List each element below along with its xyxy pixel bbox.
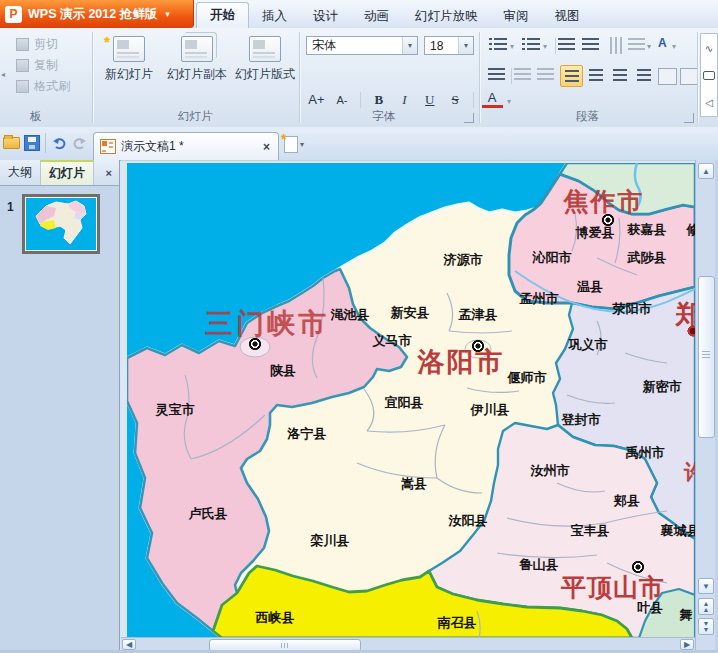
decrease-indent-icon[interactable] [558,38,575,53]
bold-button[interactable]: B [368,91,389,109]
ribbon-tab-0[interactable]: 开始 [196,2,249,28]
ribbon-tab-5[interactable]: 审阅 [491,4,542,28]
previous-slide-button[interactable]: ▲▲ [698,598,714,615]
italic-button[interactable]: I [394,91,415,109]
scroll-left-button[interactable]: ◀ [122,639,136,650]
arrow-shape-icon[interactable]: ◁ [705,97,713,108]
vertical-text-icon[interactable] [607,37,622,54]
numbering-icon[interactable] [527,38,540,53]
bullets-dropdown-icon[interactable]: ▾ [510,42,514,51]
map-county-label: 宝丰县 [571,522,610,540]
align-right-button[interactable] [609,65,630,85]
clipboard-item-1[interactable]: 复制 [16,57,58,74]
increase-indent-icon[interactable] [582,38,599,53]
ribbon-tab-3[interactable]: 动画 [351,4,402,28]
align-center-icon [589,69,603,82]
left-arrow-icon: ◀ [126,640,132,649]
text-direction-dropdown-icon[interactable]: ▾ [647,42,651,51]
slide-thumbnail[interactable] [22,194,100,254]
justify-icon [637,69,651,82]
numbering-dropdown-icon[interactable]: ▾ [543,42,547,51]
map-county-label: 新密市 [643,378,682,396]
map-county-label: 洛宁县 [288,425,327,443]
map-county-label: 宜阳县 [385,394,424,412]
columns-icon[interactable] [658,68,677,85]
clipboard-item-label: 剪切 [34,36,58,53]
panel-close-icon[interactable]: × [99,160,119,185]
redo-button[interactable] [70,134,88,152]
map-city-label: 三门峡市 [205,305,329,343]
map-county-label: 济源市 [444,251,483,269]
panel-tab-outline[interactable]: 大纲 [0,160,41,185]
bullets-icon[interactable] [494,38,507,53]
duplicate-slide-button[interactable]: 幻灯片副本 [164,34,230,83]
app-menu-button[interactable]: P WPS 演示 2012 抢鲜版 ▾ [0,0,194,28]
font-size-combo[interactable]: 18 ▾ [424,36,474,55]
quick-access-bar: 演示文稿1 * × ▾ [0,127,718,161]
slide-canvas-map[interactable]: 三门峡市洛阳市焦作市平顶山市郑州市许昌市渑池县新安县义马市陕县灵宝市卢氏县洛宁县… [127,163,695,638]
map-county-label: 荥阳市 [613,300,652,318]
document-tab[interactable]: 演示文稿1 * × [93,132,279,160]
slide-layout-button[interactable]: 幻灯片版式 [232,34,298,83]
map-county-label: 义马市 [373,332,412,350]
presentation-doc-icon [100,139,116,154]
collapse-ribbon-icon[interactable]: ◂ [1,70,5,79]
slide-icon [181,36,213,62]
align-center-button[interactable] [585,65,606,85]
open-file-button[interactable] [2,134,20,152]
right-arrow-icon: ▶ [684,640,690,649]
decrease-paragraph-spacing-icon[interactable] [537,68,554,83]
clipboard-item-0[interactable]: 剪切 [16,36,58,53]
font-dialog-launcher-icon[interactable] [464,113,474,123]
map-city-label: 许昌市 [684,458,695,488]
clipboard-item-2[interactable]: 格式刷 [16,78,70,95]
align-left-button[interactable] [560,65,583,87]
scroll-down-button[interactable]: ▼ [698,578,714,594]
slide-panel: 大纲幻灯片× 1 [0,160,120,653]
font-family-dropdown-icon[interactable]: ▾ [402,37,417,54]
titlebar: P WPS 演示 2012 抢鲜版 ▾ 开始插入设计动画幻灯片放映审阅视图 [0,0,718,29]
document-tab-title: 演示文稿1 * [121,138,256,155]
scroll-up-button[interactable]: ▲ [698,163,714,179]
new-document-button[interactable]: ▾ [284,135,314,154]
separator [360,92,361,108]
strikethrough-button[interactable]: S [445,91,466,109]
ribbon-tab-1[interactable]: 插入 [249,4,300,28]
freeform-shape-icon[interactable]: ∿ [705,43,713,54]
rounded-rectangle-shape-icon[interactable] [703,71,715,80]
save-button[interactable] [23,134,41,152]
font-color-button[interactable]: A [482,91,503,108]
grow-font-button[interactable]: A+ [306,91,327,108]
new-document-dropdown-icon[interactable]: ▾ [300,140,304,149]
font-family-combo[interactable]: 宋体 ▾ [306,36,418,55]
font-size-dropdown-icon[interactable]: ▾ [458,37,473,54]
undo-button[interactable] [50,134,68,152]
ribbon-tab-6[interactable]: 视图 [542,4,593,28]
character-spacing-dropdown-icon[interactable]: ▾ [672,42,676,51]
next-slide-button[interactable]: ▼▼ [698,618,714,635]
map-county-label: 武陟县 [628,249,667,267]
font-color-dropdown-icon[interactable]: ▾ [507,97,511,106]
justify-button[interactable] [633,65,654,85]
shapes-gallery-strip[interactable]: ∿ ◁ [700,33,718,117]
panel-tab-slides[interactable]: 幻灯片 [41,160,94,185]
map-county-label: 博爱县 [576,224,615,242]
character-spacing-icon[interactable]: A [658,36,667,50]
horizontal-scrollbar[interactable]: ◀ ▶ [121,637,695,651]
ribbon-tab-4[interactable]: 幻灯片放映 [402,4,491,28]
map-county-label: 孟州市 [520,290,559,308]
document-tab-close-icon[interactable]: × [261,140,272,154]
underline-button[interactable]: U [419,91,440,109]
new-slide-button[interactable]: *新幻灯片 [96,34,162,83]
scroll-right-button[interactable]: ▶ [680,639,694,650]
wrap-text-icon[interactable] [488,68,505,83]
paragraph-dialog-launcher-icon[interactable] [684,113,694,123]
map-county-label: 沁阳市 [533,249,572,267]
shrink-font-button[interactable]: A- [331,93,352,107]
ribbon-tab-2[interactable]: 设计 [300,4,351,28]
vertical-scrollbar[interactable]: ▲ ▼ ▲▲ ▼▼ [695,160,715,653]
text-direction-icon[interactable] [628,38,645,53]
vertical-scroll-thumb[interactable] [698,276,715,438]
increase-paragraph-spacing-icon[interactable] [514,68,531,83]
map-county-label: 灵宝市 [156,401,195,419]
